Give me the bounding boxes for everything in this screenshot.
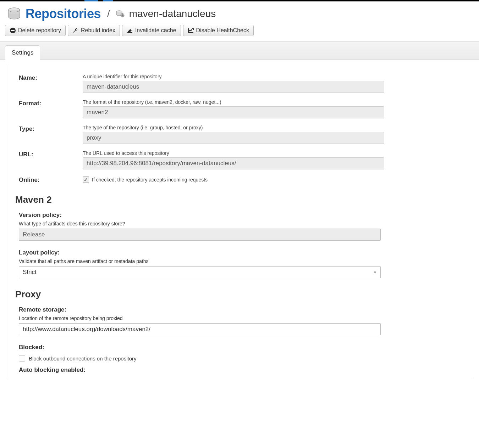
database-icon [7, 7, 21, 21]
repository-proxy-icon [116, 10, 125, 18]
breadcrumb-separator: / [107, 8, 110, 19]
tab-settings[interactable]: Settings [5, 45, 40, 60]
online-label: Online: [19, 176, 83, 184]
online-checkbox[interactable] [83, 177, 89, 183]
url-input [83, 157, 384, 169]
tab-bar: Settings [0, 41, 479, 60]
remote-storage-label: Remote storage: [19, 306, 381, 313]
svg-rect-6 [127, 32, 132, 33]
name-input [83, 81, 384, 93]
action-toolbar: Delete repository Rebuild index Invalida… [0, 25, 479, 41]
layout-policy-value: Strict [23, 269, 37, 276]
breadcrumb-current: maven-datanucleus [129, 8, 216, 19]
blocked-check-label: Block outbound connections on the reposi… [29, 355, 137, 362]
page-header: Repositories / maven-datanucleus [0, 1, 479, 25]
version-policy-help: What type of artifacts does this reposit… [19, 221, 381, 226]
button-label: Disable HealthCheck [196, 27, 249, 34]
layout-policy-label: Layout policy: [19, 249, 381, 256]
chevron-down-icon: ▼ [373, 270, 377, 274]
tab-label: Settings [12, 49, 33, 56]
format-input [83, 106, 384, 118]
button-label: Invalidate cache [135, 27, 176, 34]
layout-policy-select[interactable]: Strict ▼ [19, 266, 381, 278]
layout-policy-help: Validate that all paths are maven artifa… [19, 258, 381, 264]
eraser-icon [127, 27, 133, 34]
remote-storage-input[interactable] [19, 323, 381, 335]
maven2-section-heading: Maven 2 [15, 194, 463, 205]
wrench-icon [72, 27, 79, 34]
button-label: Rebuild index [81, 27, 115, 34]
disable-healthcheck-button[interactable]: Disable HealthCheck [183, 25, 254, 36]
blocked-checkbox[interactable] [19, 355, 25, 362]
version-policy-value: Release [23, 231, 45, 238]
name-help: A unique identifier for this repository [83, 74, 384, 79]
type-help: The type of the repository (i.e. group, … [83, 125, 384, 130]
version-policy-label: Version policy: [19, 212, 381, 219]
svg-rect-5 [11, 30, 15, 31]
remote-storage-help: Location of the remote repository being … [19, 315, 381, 321]
url-label: URL: [19, 150, 83, 169]
minus-circle-icon [10, 27, 16, 34]
button-label: Delete repository [18, 27, 61, 34]
auto-blocking-label: Auto blocking enabled: [19, 366, 381, 374]
url-help: The URL used to access this repository [83, 150, 384, 156]
version-policy-select: Release [19, 229, 381, 241]
invalidate-cache-button[interactable]: Invalidate cache [122, 25, 181, 36]
format-label: Format: [19, 99, 83, 118]
proxy-section-heading: Proxy [15, 289, 463, 300]
name-label: Name: [19, 74, 83, 93]
delete-repository-button[interactable]: Delete repository [5, 25, 66, 36]
page-title[interactable]: Repositories [26, 6, 101, 21]
settings-panel: Name: A unique identifier for this repos… [8, 65, 474, 379]
online-help: If checked, the repository accepts incom… [92, 177, 208, 183]
type-input [83, 132, 384, 144]
blocked-label: Blocked: [19, 344, 381, 351]
rebuild-index-button[interactable]: Rebuild index [68, 25, 120, 36]
format-help: The format of the repository (i.e. maven… [83, 99, 384, 105]
type-label: Type: [19, 125, 83, 144]
chart-line-icon [188, 27, 194, 34]
